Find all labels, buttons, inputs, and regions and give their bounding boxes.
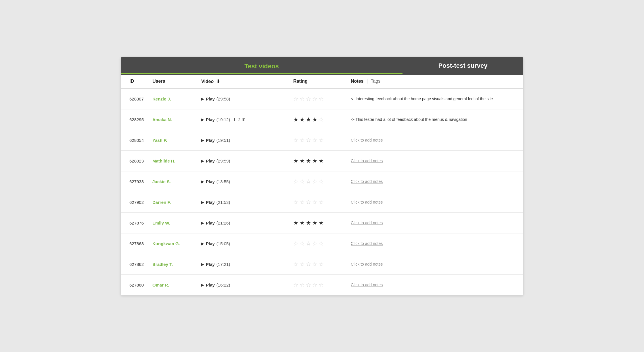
star-empty[interactable]: ☆ bbox=[293, 199, 298, 206]
star-filled[interactable]: ★ bbox=[293, 157, 298, 164]
star-filled[interactable]: ★ bbox=[312, 116, 317, 123]
cell-rating[interactable]: ☆☆☆☆☆ bbox=[293, 281, 351, 288]
star-empty[interactable]: ☆ bbox=[300, 178, 305, 185]
col-video-header[interactable]: Video ⬇ bbox=[201, 79, 293, 84]
star-empty[interactable]: ☆ bbox=[306, 199, 311, 206]
star-filled[interactable]: ★ bbox=[319, 219, 324, 226]
cell-rating[interactable]: ☆☆☆☆☆ bbox=[293, 199, 351, 206]
star-filled[interactable]: ★ bbox=[293, 219, 298, 226]
star-empty[interactable]: ☆ bbox=[300, 281, 305, 288]
cell-user[interactable]: Jackie S. bbox=[152, 179, 201, 184]
add-notes-link[interactable]: Click to add notes bbox=[351, 200, 383, 204]
star-empty[interactable]: ☆ bbox=[306, 95, 311, 102]
cell-rating[interactable]: ☆☆☆☆☆ bbox=[293, 137, 351, 144]
star-empty[interactable]: ☆ bbox=[293, 95, 298, 102]
cell-user[interactable]: Yash P. bbox=[152, 138, 201, 143]
star-filled[interactable]: ★ bbox=[312, 157, 317, 164]
star-empty[interactable]: ☆ bbox=[319, 261, 324, 268]
cell-notes[interactable]: Click to add notes bbox=[351, 158, 523, 164]
star-empty[interactable]: ☆ bbox=[306, 281, 311, 288]
star-empty[interactable]: ☆ bbox=[306, 137, 311, 144]
star-empty[interactable]: ☆ bbox=[300, 199, 305, 206]
cell-rating[interactable]: ★★★★★ bbox=[293, 157, 351, 164]
star-empty[interactable]: ☆ bbox=[293, 281, 298, 288]
star-empty[interactable]: ☆ bbox=[312, 261, 317, 268]
play-label[interactable]: Play bbox=[206, 138, 215, 143]
star-empty[interactable]: ☆ bbox=[319, 199, 324, 206]
star-filled[interactable]: ★ bbox=[312, 219, 317, 226]
star-filled[interactable]: ★ bbox=[293, 116, 298, 123]
download-icon[interactable]: ⬇ bbox=[233, 117, 236, 122]
star-empty[interactable]: ☆ bbox=[306, 240, 311, 247]
play-icon[interactable]: ▶ bbox=[201, 117, 204, 122]
play-label[interactable]: Play bbox=[206, 262, 215, 267]
cell-notes[interactable]: Click to add notes bbox=[351, 261, 523, 267]
star-filled[interactable]: ★ bbox=[300, 157, 305, 164]
star-filled[interactable]: ★ bbox=[319, 157, 324, 164]
cell-rating[interactable]: ☆☆☆☆☆ bbox=[293, 95, 351, 102]
play-icon[interactable]: ▶ bbox=[201, 241, 204, 246]
play-icon[interactable]: ▶ bbox=[201, 221, 204, 225]
star-empty[interactable]: ☆ bbox=[293, 240, 298, 247]
cell-notes[interactable]: Click to add notes bbox=[351, 199, 523, 205]
play-label[interactable]: Play bbox=[206, 221, 215, 225]
add-notes-link[interactable]: Click to add notes bbox=[351, 262, 383, 266]
star-empty[interactable]: ☆ bbox=[293, 261, 298, 268]
play-label[interactable]: Play bbox=[206, 117, 215, 122]
star-empty[interactable]: ☆ bbox=[306, 178, 311, 185]
cell-user[interactable]: Omar R. bbox=[152, 283, 201, 287]
play-label[interactable]: Play bbox=[206, 283, 215, 287]
star-empty[interactable]: ☆ bbox=[319, 281, 324, 288]
add-notes-link[interactable]: Click to add notes bbox=[351, 221, 383, 225]
cell-user[interactable]: Bradley T. bbox=[152, 262, 201, 267]
star-empty[interactable]: ☆ bbox=[319, 178, 324, 185]
add-notes-link[interactable]: Click to add notes bbox=[351, 158, 383, 163]
cell-notes[interactable]: Click to add notes bbox=[351, 179, 523, 185]
star-empty[interactable]: ☆ bbox=[312, 240, 317, 247]
cell-notes[interactable]: Click to add notes bbox=[351, 241, 523, 247]
star-empty[interactable]: ☆ bbox=[293, 137, 298, 144]
play-icon[interactable]: ▶ bbox=[201, 262, 204, 266]
cell-user[interactable]: Kungkwan G. bbox=[152, 241, 201, 246]
play-icon[interactable]: ▶ bbox=[201, 97, 204, 101]
add-notes-link[interactable]: Click to add notes bbox=[351, 179, 383, 184]
play-icon[interactable]: ▶ bbox=[201, 179, 204, 184]
cell-user[interactable]: Emily W. bbox=[152, 221, 201, 225]
play-label[interactable]: Play bbox=[206, 200, 215, 205]
share-icon[interactable]: ⤴ bbox=[238, 117, 240, 122]
cell-user[interactable]: Mathilde H. bbox=[152, 158, 201, 163]
star-empty[interactable]: ☆ bbox=[312, 178, 317, 185]
star-empty[interactable]: ☆ bbox=[300, 261, 305, 268]
star-empty[interactable]: ☆ bbox=[319, 240, 324, 247]
cell-user[interactable]: Kenzie J. bbox=[152, 96, 201, 101]
cell-user[interactable]: Amaka N. bbox=[152, 117, 201, 122]
cell-rating[interactable]: ☆☆☆☆☆ bbox=[293, 240, 351, 247]
star-empty[interactable]: ☆ bbox=[319, 137, 324, 144]
play-label[interactable]: Play bbox=[206, 158, 215, 163]
cell-rating[interactable]: ☆☆☆☆☆ bbox=[293, 178, 351, 185]
cell-notes[interactable]: Click to add notes bbox=[351, 282, 523, 288]
star-empty[interactable]: ☆ bbox=[312, 137, 317, 144]
star-filled[interactable]: ★ bbox=[300, 116, 305, 123]
cell-rating[interactable]: ☆☆☆☆☆ bbox=[293, 261, 351, 268]
add-notes-link[interactable]: Click to add notes bbox=[351, 241, 383, 246]
cell-notes[interactable]: Click to add notes bbox=[351, 220, 523, 226]
star-filled[interactable]: ★ bbox=[306, 219, 311, 226]
add-notes-link[interactable]: Click to add notes bbox=[351, 283, 383, 287]
star-filled[interactable]: ★ bbox=[306, 116, 311, 123]
star-empty[interactable]: ☆ bbox=[312, 199, 317, 206]
star-empty[interactable]: ☆ bbox=[306, 261, 311, 268]
star-empty[interactable]: ☆ bbox=[293, 178, 298, 185]
play-icon[interactable]: ▶ bbox=[201, 200, 204, 204]
star-empty[interactable]: ☆ bbox=[300, 137, 305, 144]
add-notes-link[interactable]: Click to add notes bbox=[351, 138, 383, 142]
star-filled[interactable]: ★ bbox=[300, 219, 305, 226]
play-label[interactable]: Play bbox=[206, 179, 215, 184]
star-empty[interactable]: ☆ bbox=[319, 95, 324, 102]
delete-icon[interactable]: 🗑 bbox=[242, 117, 246, 122]
cell-user[interactable]: Darren F. bbox=[152, 200, 201, 205]
cell-rating[interactable]: ★★★★☆ bbox=[293, 116, 351, 123]
star-filled[interactable]: ★ bbox=[306, 157, 311, 164]
star-empty[interactable]: ☆ bbox=[300, 95, 305, 102]
play-icon[interactable]: ▶ bbox=[201, 138, 204, 142]
